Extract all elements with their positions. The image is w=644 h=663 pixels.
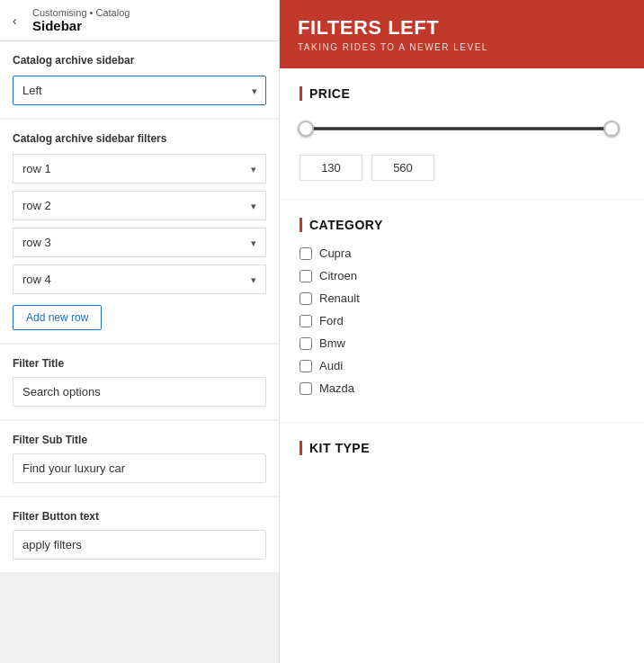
category-label-renault: Renault	[319, 291, 360, 305]
slider-thumb-max[interactable]	[604, 121, 620, 137]
row4-wrapper: row 4 ▾	[13, 264, 266, 294]
price-max-input[interactable]	[371, 155, 434, 181]
filter-title-input[interactable]	[13, 377, 266, 407]
category-checkbox-mazda[interactable]	[300, 382, 312, 395]
category-checkbox-cupra[interactable]	[300, 247, 312, 260]
sidebar-position-section: Catalog archive sidebar Left Right None …	[0, 41, 279, 118]
slider-thumb-min[interactable]	[298, 121, 314, 137]
row1-wrapper: row 1 ▾	[13, 154, 266, 184]
category-checkbox-bmw[interactable]	[300, 337, 312, 350]
sidebar-filters-label: Catalog archive sidebar filters	[13, 132, 266, 145]
row3-select[interactable]: row 3	[13, 228, 265, 256]
list-item: Citroen	[300, 269, 624, 282]
breadcrumb-title: Sidebar	[32, 18, 268, 33]
row2-wrapper: row 2 ▾	[13, 191, 266, 220]
category-checkbox-renault[interactable]	[300, 292, 312, 305]
category-label-audi: Audi	[319, 359, 343, 372]
category-checkbox-audi[interactable]	[300, 360, 312, 372]
category-label-bmw: Bmw	[319, 336, 345, 350]
filters-header-title: FILTERS LEFT	[298, 16, 626, 40]
sidebar-position-select[interactable]: Left Right None	[13, 76, 266, 105]
row1-select[interactable]: row 1	[13, 155, 265, 183]
filter-title-label: Filter Title	[13, 357, 266, 370]
filter-subtitle-section: Filter Sub Title	[0, 421, 279, 496]
sidebar-position-label: Catalog archive sidebar	[13, 54, 266, 67]
breadcrumb-bar: ‹ Customising • Catalog Sidebar	[0, 0, 279, 41]
price-filter-title: PRICE	[300, 86, 624, 101]
price-min-input[interactable]	[300, 155, 362, 181]
category-filter-block: CATEGORY Cupra Citroen Renault Ford Bmw	[280, 200, 644, 423]
kit-type-title: KIT TYPE	[300, 441, 624, 455]
back-button[interactable]: ‹	[9, 10, 21, 31]
filter-button-text-label: Filter Button text	[13, 510, 266, 523]
slider-track	[305, 128, 619, 130]
category-label-citroen: Citroen	[319, 269, 357, 282]
sidebar-position-select-wrapper: Left Right None ▾	[13, 76, 266, 105]
category-list: Cupra Citroen Renault Ford Bmw Audi	[300, 246, 624, 395]
list-item: Bmw	[300, 336, 624, 350]
price-slider[interactable]	[300, 115, 624, 142]
list-item: Audi	[300, 359, 624, 372]
list-item: Mazda	[300, 381, 624, 395]
list-item: Cupra	[300, 246, 624, 260]
category-filter-title: CATEGORY	[300, 218, 624, 232]
filter-button-text-section: Filter Button text	[0, 497, 279, 572]
row2-select[interactable]: row 2	[13, 192, 265, 220]
left-panel: ‹ Customising • Catalog Sidebar Catalog …	[0, 0, 279, 663]
price-inputs	[300, 155, 624, 181]
filters-header: FILTERS LEFT TAKING RIDES TO A NEWER LEV…	[280, 0, 644, 68]
list-item: Renault	[300, 291, 624, 305]
slider-fill	[305, 128, 619, 130]
filter-subtitle-label: Filter Sub Title	[13, 434, 266, 446]
filter-subtitle-input[interactable]	[13, 453, 266, 483]
breadcrumb-path: Customising • Catalog	[32, 7, 268, 18]
category-label-ford: Ford	[319, 314, 344, 327]
category-checkbox-citroen[interactable]	[300, 270, 312, 282]
right-panel: FILTERS LEFT TAKING RIDES TO A NEWER LEV…	[279, 0, 644, 663]
filters-header-subtitle: TAKING RIDES TO A NEWER LEVEL	[298, 42, 626, 52]
category-label-mazda: Mazda	[319, 381, 354, 395]
category-checkbox-ford[interactable]	[300, 315, 312, 327]
category-label-cupra: Cupra	[319, 246, 351, 260]
row4-select[interactable]: row 4	[13, 265, 265, 293]
sidebar-filters-section: Catalog archive sidebar filters row 1 ▾ …	[0, 120, 279, 343]
row3-wrapper: row 3 ▾	[13, 228, 266, 257]
list-item: Ford	[300, 314, 624, 327]
add-new-row-button[interactable]: Add new row	[13, 305, 102, 330]
price-filter-block: PRICE	[280, 68, 644, 200]
filter-title-section: Filter Title	[0, 345, 279, 419]
filter-button-text-input[interactable]	[13, 530, 266, 560]
